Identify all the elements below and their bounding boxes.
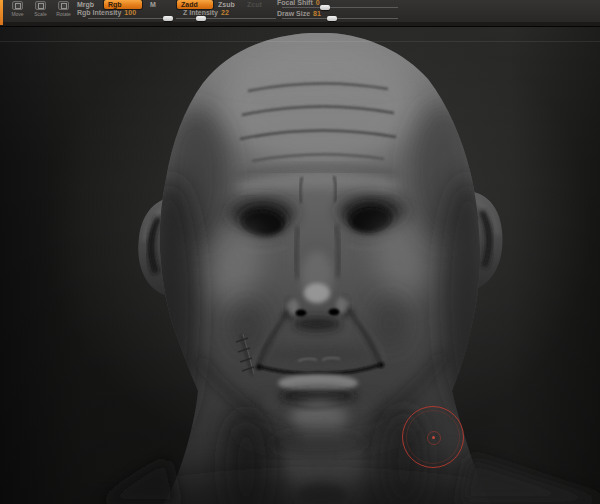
rgb-intensity-slider[interactable] <box>88 18 172 19</box>
rotate-button[interactable]: Rotate <box>52 1 75 20</box>
mrgb-button[interactable]: Mrgb <box>77 1 94 8</box>
scale-label: Scale <box>34 11 47 17</box>
focal-shift-label: Focal Shift <box>277 0 313 6</box>
zbrush-window: Move Scale Rotate Mrgb Rgb M Rgb Intensi… <box>0 0 600 504</box>
right-trap <box>460 457 600 504</box>
rgb-intensity-slider-handle[interactable] <box>163 16 173 21</box>
draw-size-value: 81 <box>313 10 321 17</box>
zadd-button[interactable]: Zadd <box>177 0 213 9</box>
draw-size-slider[interactable] <box>282 18 398 19</box>
zcut-button[interactable]: Zcut <box>247 1 262 8</box>
scale-icon <box>35 1 46 10</box>
z-intensity-label: Z Intensity <box>183 9 218 16</box>
z-intensity-slider[interactable] <box>176 18 276 19</box>
rgb-intensity-readout: Rgb Intensity100 <box>77 9 136 16</box>
focal-shift-value: 0 <box>316 0 320 6</box>
zsub-button[interactable]: Zsub <box>218 1 235 8</box>
left-trap <box>100 459 178 504</box>
focal-shift-readout: Focal Shift0 <box>277 0 320 6</box>
focal-shift-slider[interactable] <box>282 7 398 8</box>
move-button[interactable]: Move <box>6 1 29 20</box>
focal-shift-slider-handle[interactable] <box>320 5 330 10</box>
scale-button[interactable]: Scale <box>29 1 52 20</box>
move-label: Move <box>11 11 23 17</box>
accent-strip <box>0 0 3 25</box>
shelf-divider <box>0 22 600 27</box>
rgb-button[interactable]: Rgb <box>104 0 142 9</box>
rgb-intensity-label: Rgb Intensity <box>77 9 121 16</box>
draw-size-label: Draw Size <box>277 10 310 17</box>
document-canvas[interactable] <box>0 27 600 504</box>
rgb-intensity-value: 100 <box>124 9 136 16</box>
canvas-guide-line <box>0 41 600 42</box>
sculpt-head[interactable] <box>0 27 600 504</box>
z-intensity-slider-handle[interactable] <box>196 16 206 21</box>
z-intensity-value: 22 <box>221 9 229 16</box>
draw-size-readout: Draw Size81 <box>277 10 321 17</box>
z-intensity-readout: Z Intensity22 <box>183 9 229 16</box>
move-icon <box>12 1 23 10</box>
m-button[interactable]: M <box>150 1 156 8</box>
rotate-label: Rotate <box>56 11 71 17</box>
top-shelf: Move Scale Rotate Mrgb Rgb M Rgb Intensi… <box>0 0 600 22</box>
rotate-icon <box>58 1 69 10</box>
draw-size-slider-handle[interactable] <box>327 16 337 21</box>
